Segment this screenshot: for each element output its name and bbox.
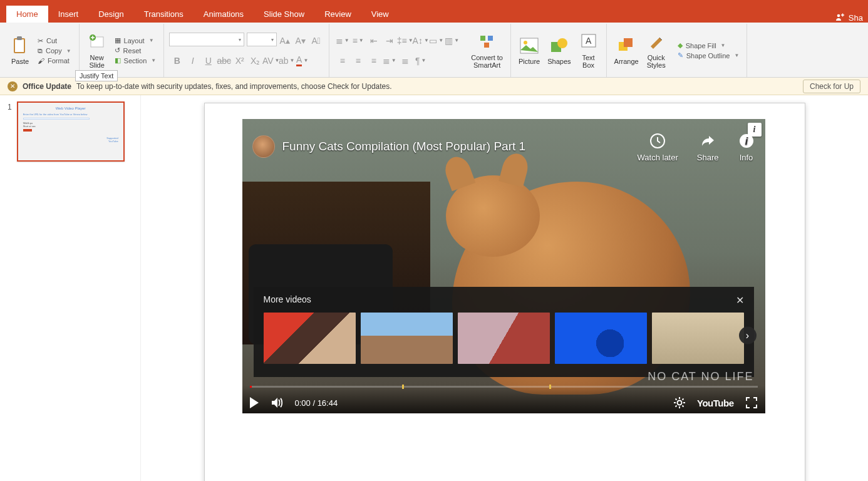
character-spacing-icon[interactable]: AV▼ <box>263 53 279 68</box>
related-video-thumb[interactable] <box>264 313 356 364</box>
more-videos-panel: More videos ✕ › <box>254 287 754 377</box>
arrange-icon <box>616 36 636 56</box>
video-time: 0:00 / 16:44 <box>295 398 338 408</box>
strikethrough-icon[interactable]: abc <box>216 53 232 68</box>
font-color-icon[interactable]: A▼ <box>294 53 310 68</box>
copy-button[interactable]: ⧉Copy▼ <box>35 46 74 56</box>
related-video-thumb[interactable] <box>458 313 550 364</box>
convert-smartart-button[interactable]: Convert to SmartArt <box>468 31 505 70</box>
tab-insert[interactable]: Insert <box>48 6 89 23</box>
slide-canvas[interactable]: i Funny Cats Compilation (Most Popular) … <box>141 95 868 481</box>
related-video-thumb[interactable] <box>652 313 744 364</box>
italic-icon[interactable]: I <box>185 53 200 68</box>
clock-icon <box>649 132 666 150</box>
font-size-combo[interactable]: ▾ <box>247 33 277 46</box>
svg-rect-3 <box>17 36 22 40</box>
textbox-button[interactable]: A Text Box <box>576 31 601 70</box>
close-update-icon[interactable]: ✕ <box>8 81 18 91</box>
quick-styles-icon <box>646 32 666 52</box>
youtube-logo[interactable]: YouTube <box>697 398 733 408</box>
increase-font-icon[interactable]: A▴ <box>277 33 292 48</box>
format-painter-button[interactable]: 🖌Format <box>35 56 74 65</box>
play-icon[interactable] <box>250 397 259 408</box>
check-for-updates-button[interactable]: Check for Up <box>803 80 860 93</box>
highlight-icon[interactable]: ab▼ <box>279 53 294 68</box>
volume-icon[interactable] <box>270 396 284 410</box>
quick-styles-button[interactable]: Quick Styles <box>644 31 669 70</box>
picture-button[interactable]: Picture <box>516 34 542 66</box>
svg-rect-16 <box>624 38 633 47</box>
tab-view[interactable]: View <box>361 6 399 23</box>
next-related-icon[interactable]: › <box>739 327 757 344</box>
tab-review[interactable]: Review <box>314 6 361 23</box>
layout-icon: ▦ <box>115 36 121 44</box>
embedded-video[interactable]: i Funny Cats Compilation (Most Popular) … <box>242 119 765 413</box>
bullets-icon[interactable]: ≣▼ <box>334 33 350 48</box>
tab-slideshow[interactable]: Slide Show <box>254 6 314 23</box>
shapes-button[interactable]: Shapes <box>545 34 573 66</box>
related-video-thumb[interactable] <box>555 313 647 364</box>
clear-formatting-icon[interactable]: A⃥ <box>308 33 324 48</box>
ribbon: Paste ✂Cut ⧉Copy▼ 🖌Format New Slide ▦Lay… <box>0 23 868 78</box>
reset-button[interactable]: ↺Reset <box>112 46 159 55</box>
superscript-icon[interactable]: X² <box>232 53 247 68</box>
video-title[interactable]: Funny Cats Compilation (Most Popular) Pa… <box>282 140 526 153</box>
arrange-button[interactable]: Arrange <box>612 34 641 66</box>
watch-later-button[interactable]: Watch later <box>638 132 678 162</box>
office-update-title: Office Update <box>23 82 71 91</box>
distributed-icon[interactable]: ≣ <box>397 53 413 68</box>
align-left-icon[interactable]: ≡ <box>334 53 350 68</box>
close-more-videos-icon[interactable]: ✕ <box>736 294 744 306</box>
slide-number: 1 <box>8 101 12 162</box>
progress-bar[interactable] <box>250 386 758 388</box>
justify-icon[interactable]: ≣▼ <box>381 53 397 68</box>
fullscreen-icon[interactable] <box>745 396 758 409</box>
channel-avatar[interactable] <box>252 135 275 158</box>
share-label[interactable]: Sha <box>849 13 863 23</box>
share-icon[interactable] <box>835 13 845 23</box>
svg-point-12 <box>557 38 567 48</box>
subscript-icon[interactable]: X₂ <box>247 53 263 68</box>
slide[interactable]: i Funny Cats Compilation (Most Popular) … <box>204 103 805 481</box>
slide-thumbnail-1[interactable]: Web Video Player Enter the URL for the v… <box>17 101 125 162</box>
svg-rect-8 <box>484 43 489 48</box>
underline-icon[interactable]: U <box>200 53 216 68</box>
svg-text:A: A <box>586 36 592 46</box>
align-text-icon[interactable]: ▭▼ <box>428 33 444 48</box>
line-spacing-icon[interactable]: ‡≡▼ <box>397 33 413 48</box>
workspace: 1 Web Video Player Enter the URL for the… <box>0 95 868 481</box>
align-right-icon[interactable]: ≡ <box>366 53 381 68</box>
shape-outline-button[interactable]: ✎Shape Outline▼ <box>675 51 742 60</box>
svg-point-0 <box>837 14 840 18</box>
settings-icon[interactable] <box>673 396 686 409</box>
share-button[interactable]: Share <box>697 132 719 162</box>
increase-indent-icon[interactable]: ⇥ <box>381 33 397 48</box>
align-center-icon[interactable]: ≡ <box>350 53 366 68</box>
indent-icon[interactable]: ¶▼ <box>413 53 428 68</box>
new-slide-button[interactable]: New Slide <box>85 31 110 70</box>
tab-home[interactable]: Home <box>6 6 48 23</box>
outline-icon: ✎ <box>678 51 683 59</box>
tab-animations[interactable]: Animations <box>194 6 254 23</box>
tab-transitions[interactable]: Transitions <box>134 6 194 23</box>
paste-button[interactable]: Paste <box>8 34 33 66</box>
decrease-font-icon[interactable]: A▾ <box>292 33 308 48</box>
tab-design[interactable]: Design <box>88 6 133 23</box>
layout-button[interactable]: ▦Layout▼ <box>112 36 159 45</box>
info-button[interactable]: i Info <box>738 132 755 162</box>
smartart-icon <box>477 32 497 52</box>
text-direction-icon[interactable]: A↕▼ <box>413 33 428 48</box>
decrease-indent-icon[interactable]: ⇤ <box>366 33 381 48</box>
cut-button[interactable]: ✂Cut <box>35 36 74 46</box>
section-icon: ◧ <box>115 56 121 65</box>
columns-icon[interactable]: ▥▼ <box>444 33 460 48</box>
shape-fill-button[interactable]: ◆Shape Fill▼ <box>675 41 742 50</box>
bold-icon[interactable]: B <box>169 53 185 68</box>
video-watermark: NO CAT NO LIFE <box>648 370 753 383</box>
shapes-icon <box>549 36 569 56</box>
numbering-icon[interactable]: ≡▼ <box>350 33 366 48</box>
font-family-combo[interactable]: ▾ <box>169 33 244 46</box>
paintbrush-icon: 🖌 <box>38 57 44 65</box>
related-video-thumb[interactable] <box>361 313 453 364</box>
section-button[interactable]: ◧Section▼ <box>112 56 159 65</box>
